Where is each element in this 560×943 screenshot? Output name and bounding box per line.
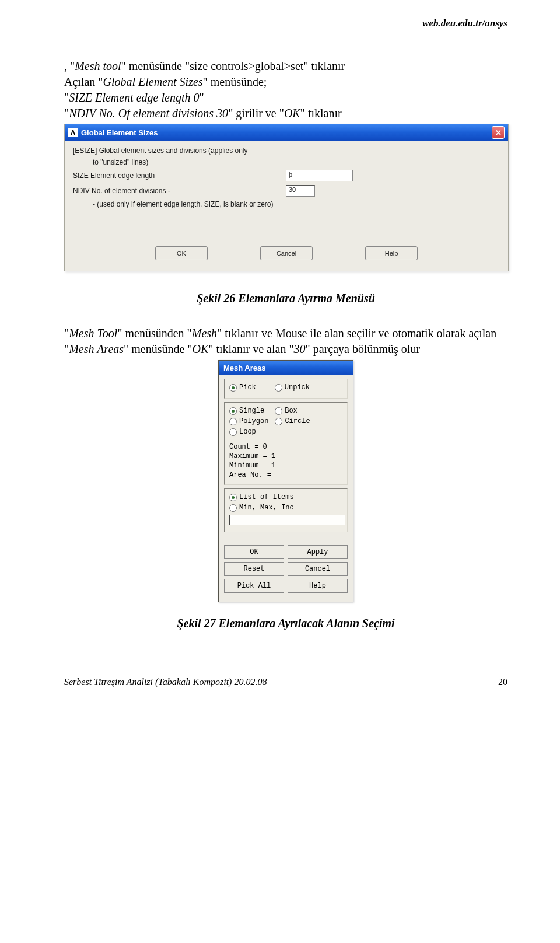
t: NDIV No. Of element divisions 30 [69, 107, 228, 120]
radio-pick[interactable]: Pick [229, 383, 256, 392]
dialog-title: Mesh Areas [219, 361, 353, 375]
min-label: Minimum = 1 [229, 462, 343, 470]
footer-left: Serbest Titreşim Analizi (Tabakalı Kompo… [64, 677, 267, 687]
t: Unpick [285, 383, 310, 392]
page-footer: Serbest Titreşim Analizi (Tabakalı Kompo… [64, 677, 508, 687]
t: menüsünde; [208, 75, 267, 88]
radio-on-icon [229, 407, 237, 415]
mid-text: "Mesh Tool" menüsünden "Mesh" tıklanır v… [64, 326, 508, 357]
pick-mode-group: Pick Unpick [224, 379, 348, 399]
ok-button[interactable]: OK [155, 246, 208, 260]
t: Box [285, 407, 298, 415]
radio-list[interactable]: List of Items [229, 493, 294, 501]
t: , [64, 60, 70, 72]
global-element-sizes-dialog: Λ Global Element Sizes ✕ [ESIZE] Global … [64, 124, 509, 271]
max-label: Maximum = 1 [229, 452, 343, 460]
t: Pick [239, 383, 256, 392]
ndiv-input[interactable]: 30 [286, 185, 315, 197]
t: List of Items [239, 493, 294, 501]
label-esize: [ESIZE] Global element sizes and divisio… [73, 146, 286, 155]
pick-all-button[interactable]: Pick All [224, 579, 284, 593]
t: menüsünde [128, 343, 187, 355]
t: Loop [239, 428, 256, 436]
radio-single[interactable]: Single [229, 407, 264, 415]
reset-button[interactable]: Reset [224, 562, 284, 576]
dialog-title: Global Element Sizes [81, 128, 492, 137]
t: OK [192, 343, 209, 355]
radio-minmaxinc[interactable]: Min, Max, Inc [229, 504, 294, 512]
help-button[interactable]: Help [365, 246, 418, 260]
t: Single [239, 407, 264, 415]
help-button[interactable]: Help [288, 579, 348, 593]
close-icon[interactable]: ✕ [492, 126, 505, 139]
figure-26-caption: Şekil 26 Elemanlara Ayırma Menüsü [64, 292, 508, 305]
areano-label: Area No. = [229, 471, 343, 479]
radio-off-icon [229, 418, 237, 425]
t: Mesh [192, 327, 217, 340]
t: SIZE Element edge length 0 [69, 91, 199, 104]
intro-l1: , "Mesh tool" menüsünde "size controls>g… [64, 60, 345, 72]
page-url: web.deu.edu.tr/ansys [64, 18, 508, 29]
t: Polygon [239, 417, 268, 425]
t: Açılan [64, 75, 98, 88]
intro-l2: Açılan "Global Element Sizes" menüsünde; [64, 75, 267, 88]
intro-l4: "NDIV No. Of element divisions 30" giril… [64, 107, 342, 120]
size-input[interactable]: þ [286, 170, 353, 181]
page-number: 20 [498, 677, 508, 687]
t: tıklanır [305, 107, 342, 120]
cancel-button[interactable]: Cancel [260, 246, 313, 260]
t: OK [284, 107, 300, 120]
label-ndiv: NDIV No. of element divisions - [73, 187, 286, 195]
radio-on-icon [229, 494, 237, 501]
ok-button[interactable]: OK [224, 545, 284, 559]
shape-group: Single Box Polygon Circle Loop Count = 0… [224, 402, 348, 485]
t: tıklanır ve Mouse ile alan seçilir ve ot… [222, 327, 496, 340]
label-note: - (used only if element edge length, SIZ… [73, 200, 306, 208]
t: Mesh Tool [69, 327, 117, 340]
mesh-areas-dialog: Mesh Areas Pick Unpick Single Box Polygo… [218, 360, 354, 602]
apply-button[interactable]: Apply [288, 545, 348, 559]
count-label: Count = 0 [229, 443, 343, 451]
radio-circle[interactable]: Circle [275, 417, 310, 425]
list-group: List of Items Min, Max, Inc [224, 488, 348, 532]
cancel-button[interactable]: Cancel [288, 562, 348, 576]
dialog-titlebar: Λ Global Element Sizes ✕ [65, 124, 508, 141]
value-input[interactable] [229, 515, 345, 525]
t: girilir ve [233, 107, 279, 120]
t: menüsünden [123, 327, 187, 340]
t: Mesh tool [75, 60, 121, 72]
t: tıklanır ve alan [213, 343, 289, 355]
t: Global Element Sizes [103, 75, 202, 88]
t: menüsünde "size controls>global>set" tık… [126, 60, 345, 72]
label-unsized: to "unsized" lines) [73, 158, 306, 166]
t: Circle [285, 417, 310, 425]
radio-unpick[interactable]: Unpick [275, 383, 310, 392]
t: Mesh Areas [69, 343, 124, 355]
radio-loop[interactable]: Loop [229, 428, 256, 436]
radio-box[interactable]: Box [275, 407, 298, 415]
t: parçaya bölünmüş olur [310, 343, 420, 355]
t: Min, Max, Inc [239, 504, 294, 512]
radio-off-icon [229, 428, 237, 436]
app-icon: Λ [68, 128, 78, 137]
radio-off-icon [229, 504, 237, 512]
radio-off-icon [275, 418, 282, 425]
label-size: SIZE Element edge length [73, 172, 286, 180]
radio-polygon[interactable]: Polygon [229, 417, 268, 425]
figure-27-caption: Şekil 27 Elemanlara Ayrılacak Alanın Seç… [64, 617, 508, 630]
radio-off-icon [275, 407, 282, 415]
intro-l3: "SIZE Element edge length 0" [64, 91, 204, 104]
intro-text: , "Mesh tool" menüsünde "size controls>g… [64, 58, 508, 121]
radio-on-icon [229, 384, 237, 392]
radio-off-icon [275, 384, 282, 392]
t: 30 [294, 343, 306, 355]
